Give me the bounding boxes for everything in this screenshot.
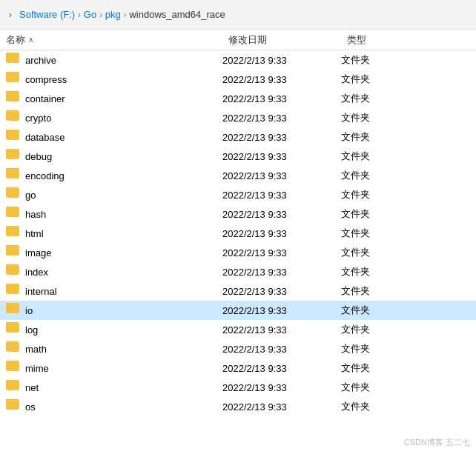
file-row[interactable]: database 2022/2/13 9:33 文件夹 (0, 127, 476, 147)
file-row[interactable]: encoding 2022/2/13 9:33 文件夹 (0, 166, 476, 185)
file-date: 2022/2/13 9:33 (222, 190, 341, 201)
file-type: 文件夹 (341, 207, 476, 221)
file-row[interactable]: log 2022/2/13 9:33 文件夹 (0, 320, 476, 339)
file-row[interactable]: net 2022/2/13 9:33 文件夹 (0, 378, 476, 397)
breadcrumb-drive[interactable]: Software (F:) (19, 9, 75, 20)
file-name: io (25, 305, 222, 316)
file-type: 文件夹 (341, 323, 476, 336)
file-row[interactable]: mime 2022/2/13 9:33 文件夹 (0, 358, 476, 378)
breadcrumb-sep-1: › (78, 10, 81, 19)
folder-icon (6, 91, 21, 106)
file-date: 2022/2/13 9:33 (222, 344, 341, 355)
file-row[interactable]: math 2022/2/13 9:33 文件夹 (0, 339, 476, 358)
folder-icon (6, 361, 21, 375)
folder-icon (6, 187, 21, 202)
file-date: 2022/2/13 9:33 (222, 132, 341, 143)
column-headers: 名称 ∧ 修改日期 类型 (0, 30, 476, 50)
file-date: 2022/2/13 9:33 (222, 305, 341, 316)
file-type: 文件夹 (341, 227, 476, 240)
file-type: 文件夹 (341, 265, 476, 278)
file-name: net (25, 382, 222, 393)
folder-icon (6, 168, 21, 183)
file-name: log (25, 324, 222, 336)
breadcrumb: Software (F:) › Go › pkg › windows_amd64… (19, 9, 225, 20)
file-row[interactable]: image 2022/2/13 9:33 文件夹 (0, 243, 476, 262)
file-date: 2022/2/13 9:33 (222, 113, 341, 124)
file-date: 2022/2/13 9:33 (222, 74, 341, 85)
col-type-header[interactable]: 类型 (347, 33, 476, 47)
file-type: 文件夹 (341, 361, 476, 375)
file-name: os (25, 401, 222, 413)
file-row[interactable]: archive 2022/2/13 9:33 文件夹 (0, 50, 476, 70)
file-name: internal (25, 286, 222, 297)
file-row[interactable]: index 2022/2/13 9:33 文件夹 (0, 262, 476, 281)
file-name: compress (25, 74, 222, 85)
file-date: 2022/2/13 9:33 (222, 55, 341, 66)
nav-arrow[interactable]: › (9, 10, 12, 20)
folder-icon (6, 207, 21, 221)
file-name: hash (25, 209, 222, 220)
file-row[interactable]: crypto 2022/2/13 9:33 文件夹 (0, 108, 476, 127)
file-type: 文件夹 (341, 53, 476, 67)
file-type: 文件夹 (341, 400, 476, 413)
file-type: 文件夹 (341, 381, 476, 394)
breadcrumb-pkg[interactable]: pkg (105, 9, 121, 20)
file-date: 2022/2/13 9:33 (222, 363, 341, 374)
folder-icon (6, 303, 21, 318)
file-name: html (25, 228, 222, 239)
explorer-content: 名称 ∧ 修改日期 类型 archive 2022/2/13 9:33 文件夹 … (0, 30, 476, 454)
file-row[interactable]: os 2022/2/13 9:33 文件夹 (0, 397, 476, 416)
file-name: math (25, 344, 222, 355)
folder-icon (6, 149, 21, 164)
col-name-label: 名称 (6, 33, 25, 47)
breadcrumb-current: windows_amd64_race (129, 9, 225, 20)
col-date-header[interactable]: 修改日期 (228, 33, 347, 47)
file-name: container (25, 93, 222, 104)
col-name-header[interactable]: 名称 ∧ (6, 33, 228, 47)
watermark: CSDN博客 五二七 (404, 437, 470, 448)
file-name: archive (25, 55, 222, 66)
file-type: 文件夹 (341, 150, 476, 163)
file-row[interactable]: go 2022/2/13 9:33 文件夹 (0, 185, 476, 204)
file-row[interactable]: internal 2022/2/13 9:33 文件夹 (0, 281, 476, 301)
file-row[interactable]: compress 2022/2/13 9:33 文件夹 (0, 70, 476, 89)
file-date: 2022/2/13 9:33 (222, 286, 341, 297)
file-name: index (25, 267, 222, 278)
breadcrumb-sep-2: › (99, 10, 102, 19)
folder-icon (6, 341, 21, 356)
file-row[interactable]: container 2022/2/13 9:33 文件夹 (0, 89, 476, 108)
folder-icon (6, 53, 21, 67)
file-name: mime (25, 363, 222, 374)
file-row[interactable]: debug 2022/2/13 9:33 文件夹 (0, 147, 476, 166)
file-type: 文件夹 (341, 111, 476, 124)
sort-indicator: ∧ (28, 36, 33, 44)
file-date: 2022/2/13 9:33 (222, 151, 341, 162)
file-name: database (25, 132, 222, 143)
folder-icon (6, 110, 21, 125)
title-bar: › Software (F:) › Go › pkg › windows_amd… (0, 0, 476, 30)
folder-icon (6, 72, 21, 87)
file-type: 文件夹 (341, 342, 476, 355)
file-row[interactable]: io 2022/2/13 9:33 文件夹 (0, 301, 476, 320)
file-name: go (25, 190, 222, 201)
file-date: 2022/2/13 9:33 (222, 401, 341, 413)
folder-icon (6, 380, 21, 395)
file-date: 2022/2/13 9:33 (222, 247, 341, 258)
file-date: 2022/2/13 9:33 (222, 209, 341, 220)
file-type: 文件夹 (341, 92, 476, 105)
file-row[interactable]: html 2022/2/13 9:33 文件夹 (0, 224, 476, 243)
folder-icon (6, 226, 21, 241)
file-date: 2022/2/13 9:33 (222, 228, 341, 239)
file-row[interactable]: hash 2022/2/13 9:33 文件夹 (0, 204, 476, 224)
breadcrumb-go[interactable]: Go (84, 9, 96, 20)
folder-icon (6, 322, 21, 337)
file-list[interactable]: archive 2022/2/13 9:33 文件夹 compress 2022… (0, 50, 476, 454)
file-type: 文件夹 (341, 73, 476, 86)
folder-icon (6, 245, 21, 260)
file-name: crypto (25, 113, 222, 124)
file-name: encoding (25, 170, 222, 181)
file-type: 文件夹 (341, 169, 476, 182)
file-date: 2022/2/13 9:33 (222, 324, 341, 336)
folder-icon (6, 399, 21, 414)
folder-icon (6, 284, 21, 298)
